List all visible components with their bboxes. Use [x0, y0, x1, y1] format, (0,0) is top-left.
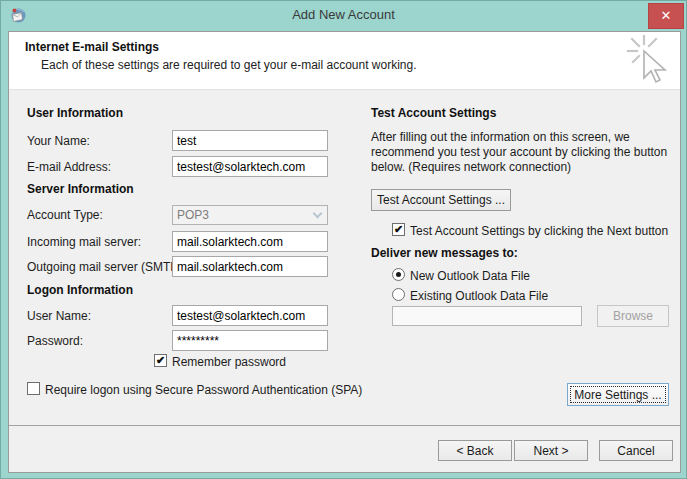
- back-button[interactable]: < Back: [438, 440, 512, 461]
- test-on-next-label[interactable]: Test Account Settings by clicking the Ne…: [410, 224, 668, 238]
- data-file-path-input: [392, 306, 582, 326]
- existing-data-file-radio[interactable]: [392, 288, 405, 301]
- incoming-server-input[interactable]: [172, 231, 328, 252]
- account-type-dropdown: POP3: [172, 205, 328, 225]
- email-address-input[interactable]: [172, 156, 328, 177]
- incoming-server-label: Incoming mail server:: [27, 235, 141, 249]
- outgoing-server-input[interactable]: [172, 256, 328, 277]
- account-type-value: POP3: [177, 208, 209, 222]
- deliver-heading: Deliver new messages to:: [371, 246, 518, 260]
- test-on-next-checkbox[interactable]: ✔: [392, 223, 405, 236]
- more-settings-button[interactable]: More Settings ...: [567, 383, 669, 406]
- password-input[interactable]: [172, 330, 328, 351]
- add-new-account-dialog: Add New Account ✕ Internet E-mail Settin…: [0, 0, 687, 479]
- your-name-label: Your Name:: [27, 134, 90, 148]
- check-icon: ✔: [394, 223, 403, 235]
- click-cursor-icon: [626, 35, 672, 89]
- dialog-panel: Internet E-mail Settings Each of these s…: [8, 31, 681, 473]
- cancel-button[interactable]: Cancel: [599, 440, 673, 461]
- new-data-file-radio[interactable]: [392, 268, 405, 281]
- spa-label[interactable]: Require logon using Secure Password Auth…: [45, 383, 362, 397]
- remember-password-label[interactable]: Remember password: [172, 355, 286, 369]
- your-name-input[interactable]: [172, 130, 328, 151]
- chevron-down-icon: [313, 209, 323, 219]
- close-button[interactable]: ✕: [648, 3, 684, 29]
- check-icon: ✔: [156, 354, 165, 366]
- email-address-label: E-mail Address:: [27, 160, 111, 174]
- browse-button: Browse: [597, 305, 669, 327]
- remember-password-checkbox[interactable]: ✔: [154, 354, 167, 367]
- account-type-label: Account Type:: [27, 208, 103, 222]
- page-subtitle: Each of these settings are required to g…: [41, 58, 417, 72]
- next-button[interactable]: Next >: [514, 440, 588, 461]
- test-settings-description: After filling out the information on thi…: [371, 130, 667, 175]
- outgoing-server-label: Outgoing mail server (SMTP):: [27, 260, 186, 274]
- description-line-1: After filling out the information on thi…: [371, 130, 667, 145]
- description-line-3: below. (Requires network connection): [371, 160, 667, 175]
- window-title: Add New Account: [1, 7, 686, 22]
- description-line-2: recommend you test your account by click…: [371, 145, 667, 160]
- page-title: Internet E-mail Settings: [25, 40, 159, 54]
- password-label: Password:: [27, 334, 83, 348]
- server-information-heading: Server Information: [27, 182, 134, 196]
- test-account-settings-button[interactable]: Test Account Settings ...: [371, 189, 511, 211]
- user-information-heading: User Information: [27, 106, 123, 120]
- logon-information-heading: Logon Information: [27, 283, 133, 297]
- test-account-settings-heading: Test Account Settings: [371, 106, 496, 120]
- new-data-file-label[interactable]: New Outlook Data File: [410, 269, 530, 283]
- username-input[interactable]: [172, 305, 328, 326]
- username-label: User Name:: [27, 309, 91, 323]
- spa-checkbox[interactable]: [27, 382, 40, 395]
- existing-data-file-label[interactable]: Existing Outlook Data File: [410, 289, 548, 303]
- dialog-body: User Information Your Name: E-mail Addre…: [9, 90, 680, 472]
- titlebar: Add New Account ✕: [1, 1, 686, 31]
- close-icon: ✕: [661, 8, 672, 23]
- footer-divider: [9, 425, 680, 426]
- page-header: Internet E-mail Settings Each of these s…: [9, 32, 680, 90]
